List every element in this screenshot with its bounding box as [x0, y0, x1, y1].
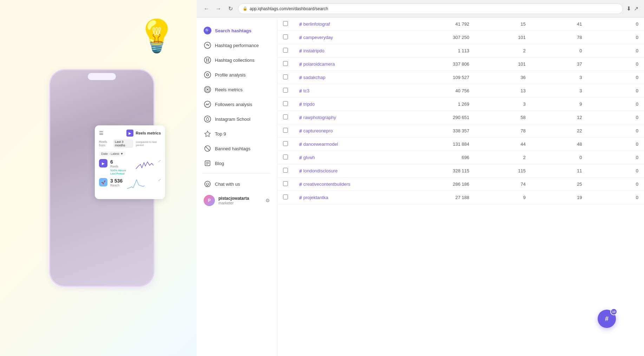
- table-row[interactable]: # londondisclosure 328 115 115 11 0: [277, 164, 644, 178]
- date-filter[interactable]: Date - Latest ▼: [99, 151, 125, 156]
- table-row[interactable]: # polaroidcamera 337 806 101 37 0: [277, 58, 644, 71]
- hashtag-cell[interactable]: # berlinfotograf: [294, 18, 419, 31]
- row-checkbox[interactable]: [283, 195, 288, 199]
- hashtag-link[interactable]: # campeveryday: [299, 35, 413, 40]
- sidebar-item-search-hashtags[interactable]: 🔍 Search hashtags: [197, 23, 277, 38]
- sidebar-item-top9[interactable]: Top 9: [197, 126, 277, 141]
- expand-icon[interactable]: ⤢: [158, 159, 161, 163]
- period-select[interactable]: Last 3 months: [113, 139, 133, 148]
- row-checkbox-cell[interactable]: [277, 71, 294, 84]
- table-row[interactable]: # rawphotography 290 651 58 12 0: [277, 111, 644, 124]
- hashtag-link[interactable]: # berlinfotograf: [299, 21, 413, 27]
- table-row[interactable]: # campeveryday 307 250 101 78 0: [277, 31, 644, 44]
- hashtag-cell[interactable]: # projektantka: [294, 191, 419, 204]
- hashtag-cell[interactable]: # rawphotography: [294, 111, 419, 124]
- row-checkbox[interactable]: [283, 101, 288, 106]
- row-checkbox-cell[interactable]: [277, 138, 294, 151]
- hashtag-link[interactable]: # rawphotography: [299, 115, 413, 120]
- sidebar-item-blog[interactable]: Blog: [197, 156, 277, 171]
- sidebar-item-banned-hashtags[interactable]: Banned hashtags: [197, 141, 277, 156]
- hashtag-link[interactable]: # captureonepro: [299, 128, 413, 134]
- table-row[interactable]: # instatripdo 1 113 2 0 0: [277, 44, 644, 58]
- table-row[interactable]: # tripdo 1 269 3 9 0: [277, 98, 644, 111]
- reels-count: 6: [110, 159, 131, 165]
- row-checkbox-cell[interactable]: [277, 58, 294, 71]
- row-checkbox-cell[interactable]: [277, 124, 294, 138]
- row-checkbox[interactable]: [283, 74, 288, 79]
- hashtag-link[interactable]: # londondisclosure: [299, 168, 413, 174]
- hashtag-link[interactable]: # dancewearmodel: [299, 141, 413, 147]
- sidebar-item-profile-analysis[interactable]: Profile analysis: [197, 67, 277, 82]
- row-checkbox-cell[interactable]: [277, 31, 294, 44]
- hashtag-cell[interactable]: # instatripdo: [294, 44, 419, 58]
- row-checkbox-cell[interactable]: [277, 164, 294, 178]
- sidebar-item-followers-analysis[interactable]: Followers analysis: [197, 97, 277, 112]
- hashtag-link[interactable]: # projektantka: [299, 195, 413, 200]
- hashtag-cell[interactable]: # glvwh: [294, 151, 419, 164]
- hash-symbol: #: [299, 61, 302, 67]
- row-checkbox[interactable]: [283, 128, 288, 133]
- sidebar-label-followers-analysis: Followers analysis: [215, 102, 252, 107]
- row-checkbox-cell[interactable]: [277, 178, 294, 191]
- hashtag-link[interactable]: # creativecontentbuilders: [299, 182, 413, 187]
- address-bar[interactable]: 🔒 app.iqhashtags.com/en/dashboard/search: [238, 4, 623, 14]
- hashtag-cell[interactable]: # creativecontentbuilders: [294, 178, 419, 191]
- table-row[interactable]: # captureonepro 338 357 78 22 0: [277, 124, 644, 138]
- hashtag-name: tripdo: [303, 101, 315, 107]
- hashtag-cell[interactable]: # captureonepro: [294, 124, 419, 138]
- forward-button[interactable]: →: [214, 5, 223, 13]
- hashtag-cell[interactable]: # tc3: [294, 84, 419, 98]
- hashtag-link[interactable]: # instatripdo: [299, 48, 413, 54]
- row-checkbox-cell[interactable]: [277, 191, 294, 204]
- table-row[interactable]: # projektantka 27 188 9 19 0: [277, 191, 644, 204]
- row-checkbox-cell[interactable]: [277, 111, 294, 124]
- hashtag-cell[interactable]: # londondisclosure: [294, 164, 419, 178]
- row-checkbox-cell[interactable]: [277, 151, 294, 164]
- row-checkbox[interactable]: [283, 88, 288, 93]
- table-row[interactable]: # sadakchap 109 527 36 3 0: [277, 71, 644, 84]
- menu-icon: ☰: [99, 130, 104, 136]
- row-checkbox[interactable]: [283, 181, 288, 186]
- table-row[interactable]: # dancewearmodel 131 884 44 48 0: [277, 138, 644, 151]
- hashtag-link[interactable]: # polaroidcamera: [299, 61, 413, 67]
- row-checkbox[interactable]: [283, 168, 288, 173]
- svg-rect-16: [206, 60, 207, 61]
- row-checkbox[interactable]: [283, 114, 288, 119]
- sidebar-item-hashtag-collections[interactable]: Hashtag collections: [197, 53, 277, 67]
- table-row[interactable]: # tc3 40 756 13 3 0: [277, 84, 644, 98]
- table-row[interactable]: # creativecontentbuilders 286 186 74 25 …: [277, 178, 644, 191]
- row-checkbox[interactable]: [283, 154, 288, 159]
- sidebar-item-instagram-school[interactable]: Instagram School: [197, 112, 277, 126]
- hashtag-cell[interactable]: # dancewearmodel: [294, 138, 419, 151]
- hashtag-cell[interactable]: # campeveryday: [294, 31, 419, 44]
- hashtag-cell[interactable]: # sadakchap: [294, 71, 419, 84]
- row-checkbox-cell[interactable]: [277, 84, 294, 98]
- hashtag-link[interactable]: # sadakchap: [299, 75, 413, 80]
- hashtag-cell[interactable]: # tripdo: [294, 98, 419, 111]
- row-checkbox[interactable]: [283, 34, 288, 39]
- blog-icon: [204, 159, 211, 167]
- sidebar-item-chat[interactable]: Chat with us: [197, 177, 277, 191]
- share-icon[interactable]: ↗: [634, 5, 638, 12]
- hashtag-link[interactable]: # tripdo: [299, 101, 413, 107]
- row-checkbox-cell[interactable]: [277, 98, 294, 111]
- hashtag-badge[interactable]: # 10: [598, 310, 616, 328]
- row-checkbox-cell[interactable]: [277, 44, 294, 58]
- row-checkbox[interactable]: [283, 61, 288, 66]
- row-checkbox-cell[interactable]: [277, 18, 294, 31]
- table-row[interactable]: # berlinfotograf 41 792 15 41 0: [277, 18, 644, 31]
- sidebar-item-hashtag-performance[interactable]: Hashtag performance: [197, 38, 277, 53]
- row-checkbox[interactable]: [283, 141, 288, 146]
- table-row[interactable]: # glvwh 696 2 0 0: [277, 151, 644, 164]
- row-checkbox[interactable]: [283, 21, 288, 26]
- settings-gear-icon[interactable]: ⚙: [265, 198, 270, 203]
- hashtag-link[interactable]: # glvwh: [299, 155, 413, 160]
- back-button[interactable]: ←: [202, 5, 211, 13]
- refresh-button[interactable]: ↻: [226, 5, 235, 13]
- download-icon[interactable]: ⬇: [626, 5, 631, 12]
- expand-reach-icon[interactable]: ⤢: [158, 178, 161, 182]
- hashtag-link[interactable]: # tc3: [299, 88, 413, 94]
- sidebar-item-reels-metrics[interactable]: Reels metrics: [197, 82, 277, 97]
- row-checkbox[interactable]: [283, 48, 288, 53]
- hashtag-cell[interactable]: # polaroidcamera: [294, 58, 419, 71]
